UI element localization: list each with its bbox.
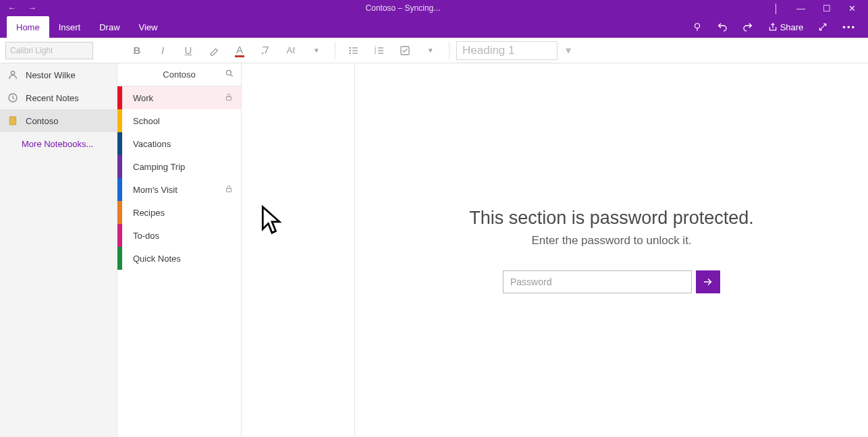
search-icon[interactable]: [225, 69, 234, 80]
svg-point-1: [349, 47, 351, 49]
window-title: Contoso – Syncing...: [45, 3, 761, 13]
sidebar-more-notebooks[interactable]: More Notebooks...: [0, 132, 117, 155]
section-color-stripe: [117, 247, 122, 270]
number-list-button[interactable]: 123: [368, 40, 391, 61]
sidebar-notebook-contoso[interactable]: Contoso: [0, 109, 117, 132]
svg-rect-16: [9, 117, 16, 125]
section-label: Quick Notes: [122, 254, 241, 264]
font-name-select[interactable]: Calibri Light: [5, 42, 93, 59]
font-color-button[interactable]: A: [228, 40, 251, 61]
underline-button[interactable]: U: [177, 40, 200, 61]
style-dropdown-icon[interactable]: ▾: [560, 44, 576, 57]
user-icon: [7, 69, 19, 81]
protected-heading: This section is password protected.: [469, 208, 754, 229]
section-item[interactable]: Recipes: [117, 201, 241, 224]
share-button[interactable]: Share: [768, 22, 804, 32]
section-item[interactable]: Vacations: [117, 132, 241, 155]
forward-arrow-icon[interactable]: →: [28, 3, 36, 13]
divider: [449, 42, 450, 59]
svg-point-0: [695, 24, 699, 28]
bullet-list-button[interactable]: [342, 40, 365, 61]
divider-icon: │: [774, 3, 779, 13]
svg-rect-8: [378, 50, 383, 51]
section-color-stripe: [117, 178, 122, 201]
pages-column: [242, 63, 355, 437]
sidebar-notebook-label: Contoso: [26, 116, 58, 126]
svg-point-17: [226, 70, 231, 75]
text-format-button[interactable]: Aℓ: [279, 40, 302, 61]
svg-rect-18: [227, 96, 232, 100]
sidebar-user[interactable]: Nestor Wilke: [0, 63, 117, 86]
close-icon[interactable]: ✕: [848, 3, 856, 13]
section-color-stripe: [117, 132, 122, 155]
undo-icon[interactable]: [717, 22, 728, 32]
clear-format-button[interactable]: [254, 40, 277, 61]
section-color-stripe: [117, 155, 122, 178]
svg-rect-19: [227, 188, 232, 192]
sidebar-recent-label: Recent Notes: [26, 93, 79, 103]
sections-column: Contoso WorkSchoolVacationsCamping TripM…: [117, 63, 242, 437]
section-label: Camping Trip: [122, 162, 241, 172]
tab-draw[interactable]: Draw: [90, 16, 129, 38]
section-label: School: [122, 116, 241, 126]
sidebar-recent-notes[interactable]: Recent Notes: [0, 86, 117, 109]
tell-me-icon[interactable]: [693, 22, 702, 32]
bold-button[interactable]: B: [126, 40, 148, 61]
sections-header: Contoso: [117, 63, 241, 86]
section-label: Work: [122, 93, 225, 103]
highlight-button[interactable]: [202, 40, 225, 61]
svg-point-3: [349, 49, 351, 51]
svg-rect-6: [352, 53, 358, 53]
section-item[interactable]: Mom's Visit: [117, 178, 241, 201]
sections-header-label: Contoso: [163, 69, 195, 80]
sidebar-more-label: More Notebooks...: [22, 139, 93, 149]
unlock-button[interactable]: [696, 270, 720, 293]
svg-rect-4: [352, 50, 358, 51]
section-color-stripe: [117, 86, 122, 109]
tab-home[interactable]: Home: [7, 16, 49, 38]
share-label: Share: [780, 22, 804, 32]
section-color-stripe: [117, 201, 122, 224]
section-color-stripe: [117, 109, 122, 132]
section-label: To-dos: [122, 231, 241, 241]
svg-text:3: 3: [375, 51, 377, 55]
section-item[interactable]: Work: [117, 86, 241, 109]
section-item[interactable]: To-dos: [117, 224, 241, 247]
section-label: Recipes: [122, 208, 241, 218]
ribbon-tabs: Home Insert Draw View Share •••: [0, 16, 868, 38]
tab-view[interactable]: View: [130, 16, 167, 38]
back-arrow-icon[interactable]: ←: [8, 3, 16, 13]
italic-button[interactable]: I: [151, 40, 174, 61]
note-canvas: This section is password protected. Ente…: [355, 63, 868, 437]
title-bar: ← → Contoso – Syncing... │ — ☐ ✕: [0, 0, 868, 16]
password-input[interactable]: [503, 270, 692, 293]
notebook-icon: [7, 115, 19, 127]
svg-rect-7: [378, 47, 383, 48]
notebook-sidebar: Nestor Wilke Recent Notes Contoso More N…: [0, 63, 117, 437]
todo-tag-button[interactable]: [394, 40, 416, 61]
lock-icon: [225, 93, 241, 103]
more-icon[interactable]: •••: [842, 22, 856, 32]
lock-icon: [225, 185, 241, 195]
minimize-icon[interactable]: —: [796, 3, 805, 13]
sidebar-user-label: Nestor Wilke: [26, 70, 76, 80]
section-color-stripe: [117, 224, 122, 247]
svg-point-5: [349, 52, 351, 54]
section-item[interactable]: Quick Notes: [117, 247, 241, 270]
redo-icon[interactable]: [742, 22, 753, 32]
cursor-icon: [261, 205, 283, 235]
style-select[interactable]: Heading 1: [456, 41, 558, 60]
svg-rect-2: [352, 47, 358, 48]
divider: [335, 42, 335, 59]
section-label: Mom's Visit: [122, 185, 225, 195]
tag-dropdown-icon[interactable]: ▾: [419, 40, 442, 61]
section-item[interactable]: Camping Trip: [117, 155, 241, 178]
section-item[interactable]: School: [117, 109, 241, 132]
clock-icon: [7, 92, 19, 104]
maximize-icon[interactable]: ☐: [823, 3, 831, 13]
svg-rect-9: [378, 53, 383, 53]
tab-insert[interactable]: Insert: [49, 16, 90, 38]
fullscreen-icon[interactable]: [818, 22, 828, 32]
section-label: Vacations: [122, 139, 241, 149]
format-dropdown-icon[interactable]: ▾: [305, 40, 328, 61]
